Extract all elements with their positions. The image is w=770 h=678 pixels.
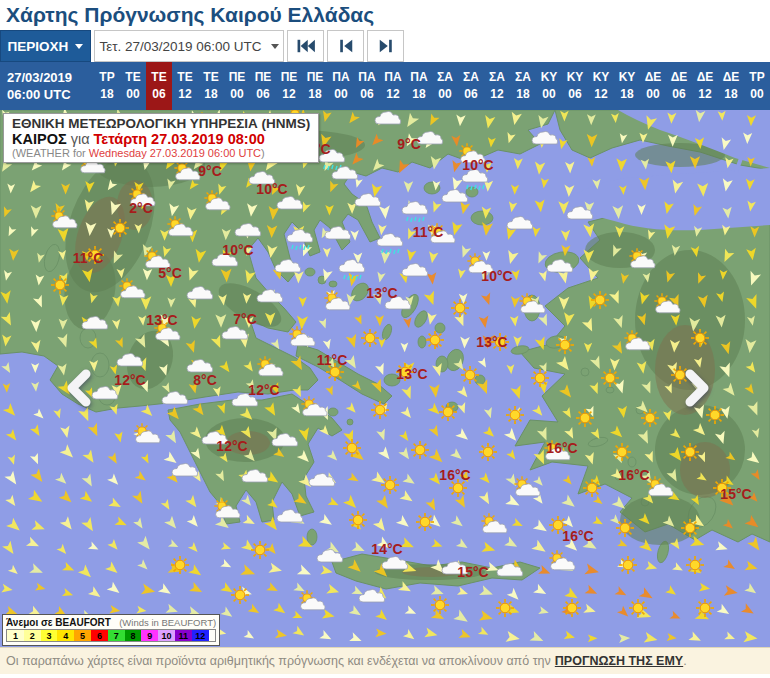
timeline-step[interactable]: ΠΑ00 (328, 62, 354, 110)
weather-icon-s (426, 331, 444, 349)
disclaimer-text: Οι παραπάνω χάρτες είναι προϊόντα αριθμη… (6, 654, 551, 668)
timeline-step[interactable]: ΚΥ18 (614, 62, 640, 110)
timeline-step[interactable]: ΠΕ18 (302, 62, 328, 110)
region-button-label: ΠΕΡΙΟΧΗ (8, 39, 69, 54)
timeline-time: 06:00 UTC (7, 86, 94, 103)
datetime-dropdown-label: Τετ. 27/03/2019 06:00 UTC (99, 39, 261, 54)
timeline-step[interactable]: ΠΕ06 (250, 62, 276, 110)
temperature-label: 13°C (476, 334, 507, 350)
timeline-step[interactable]: ΣΑ18 (510, 62, 536, 110)
hnms-agency-line: ΕΘΝΙΚΗ ΜΕΤΕΩΡΟΛΟΓΙΚΗ ΥΠΗΡΕΣΙΑ (HNMS) (12, 116, 310, 131)
chevron-down-icon (271, 44, 279, 49)
next-region-arrow[interactable] (680, 368, 716, 408)
timeline-step[interactable]: ΤΕ00 (120, 62, 146, 110)
timeline-step[interactable]: ΚΥ06 (562, 62, 588, 110)
timeline-step[interactable]: ΔΕ18 (718, 62, 744, 110)
temperature-label: 13°C (366, 285, 397, 301)
temperature-label: 11°C (73, 250, 104, 266)
beaufort-scale-cell: 3 (41, 630, 58, 641)
chevron-left-icon (62, 368, 98, 408)
beaufort-color-scale: 123456789101112 (6, 629, 216, 642)
timeline-step[interactable]: ΤΕ12 (172, 62, 198, 110)
beaufort-scale-cell: 7 (108, 630, 125, 641)
datetime-dropdown[interactable]: Τετ. 27/03/2019 06:00 UTC (94, 30, 284, 62)
temperature-label: 11°C (317, 352, 348, 368)
timeline-step[interactable]: ΠΑ06 (354, 62, 380, 110)
beaufort-scale-cell: 5 (74, 630, 91, 641)
timeline-step[interactable]: ΠΑ18 (406, 62, 432, 110)
timeline-step[interactable]: ΔΕ06 (666, 62, 692, 110)
weather-icon-s (479, 443, 497, 461)
temperature-label: 15°C (720, 486, 751, 502)
beaufort-scale-cell: 10 (158, 630, 175, 641)
toolbar: ΠΕΡΙΟΧΗ Τετ. 27/03/2019 06:00 UTC (0, 30, 770, 62)
weather-icon-s (583, 479, 601, 497)
temperature-label: 12°C (216, 438, 247, 454)
temperature-label: 5°C (158, 265, 182, 281)
temperature-label: 16°C (546, 440, 577, 456)
timeline-step[interactable]: ΤΡ00 (744, 62, 770, 110)
emy-forecast-link[interactable]: ΠΡΟΓΝΩΣΗ ΤΗΣ ΕΜΥ (555, 654, 683, 668)
timeline-step[interactable]: ΣΑ00 (432, 62, 458, 110)
temperature-label: 2°C (129, 200, 153, 216)
weather-icon-s (451, 299, 469, 317)
timeline-step[interactable]: ΣΑ06 (458, 62, 484, 110)
weather-icon-s (111, 219, 129, 237)
disclaimer-period: . (683, 654, 686, 668)
weather-icon-s (629, 599, 647, 617)
temperature-label: 9°C (198, 163, 222, 179)
region-dropdown-button[interactable]: ΠΕΡΙΟΧΗ (0, 30, 91, 62)
legend-title: Άνεμοι σε BEAUFORT (Winds in BEAUFORT) (6, 617, 216, 628)
timeline-current-label: 27/03/2019 06:00 UTC (0, 62, 94, 110)
skip-start-icon (295, 38, 317, 54)
timeline-step[interactable]: ΣΑ12 (484, 62, 510, 110)
timeline-steps: ΤΡ18ΤΕ00ΤΕ06ΤΕ12ΤΕ18ΠΕ00ΠΕ06ΠΕ12ΠΕ18ΠΑ00… (94, 62, 770, 110)
weather-icon-s (681, 443, 699, 461)
weather-icon-s (616, 519, 634, 537)
timeline-date: 27/03/2019 (7, 69, 94, 86)
weather-icon-s (496, 599, 514, 617)
timeline-step[interactable]: ΔΕ12 (692, 62, 718, 110)
step-backward-button[interactable] (327, 30, 364, 62)
temperature-label: 13°C (396, 366, 427, 382)
temperature-label: 9°C (397, 136, 421, 152)
timeline-step[interactable]: ΤΕ06 (146, 62, 172, 110)
weather-icon-s (343, 439, 361, 457)
previous-region-arrow[interactable] (62, 368, 98, 408)
weather-icon-s (416, 513, 434, 531)
weather-icon-s (506, 406, 524, 424)
beaufort-scale-cell: 11 (175, 630, 192, 641)
hnms-forecast-page: Χάρτης Πρόγνωσης Καιρού Ελλάδας ΠΕΡΙΟΧΗ … (0, 0, 770, 678)
weather-icon-s (439, 403, 457, 421)
temperature-label: 13°C (146, 312, 177, 328)
timeline-step[interactable]: ΠΑ12 (380, 62, 406, 110)
disclaimer-bar: Οι παραπάνω χάρτες είναι προϊόντα αριθμη… (0, 647, 770, 674)
weather-icon-s (531, 369, 549, 387)
forecast-map[interactable]: 10°C9°C9°C10°C10°C2°C11°C10°C11°C5°C10°C… (0, 110, 770, 647)
temperature-label: 11°C (413, 224, 444, 240)
temperature-label: 8°C (193, 372, 217, 388)
timeline-step[interactable]: ΚΥ00 (536, 62, 562, 110)
weather-icon-s (681, 519, 699, 537)
timeline-step[interactable]: ΤΕ18 (198, 62, 224, 110)
hnms-header-box: ΕΘΝΙΚΗ ΜΕΤΕΩΡΟΛΟΓΙΚΗ ΥΠΗΡΕΣΙΑ (HNMS) ΚΑΙ… (3, 113, 319, 163)
hnms-weather-line-gr: ΚΑΙΡΟΣ για Τετάρτη 27.03.2019 08:00 (12, 131, 310, 147)
weather-icon-s (556, 336, 574, 354)
timeline-step[interactable]: ΔΕ00 (640, 62, 666, 110)
temperature-label: 16°C (562, 528, 593, 544)
timeline-step[interactable]: ΚΥ12 (588, 62, 614, 110)
timeline-step[interactable]: ΠΕ12 (276, 62, 302, 110)
weather-icon-s (641, 409, 659, 427)
timeline-step[interactable]: ΠΕ00 (224, 62, 250, 110)
timeline-step[interactable]: ΤΡ18 (94, 62, 120, 110)
skip-start-button[interactable] (287, 30, 324, 62)
step-forward-button[interactable] (367, 30, 404, 62)
beaufort-scale-cell: 6 (91, 630, 108, 641)
step-backward-icon (337, 38, 355, 54)
weather-icon-s (601, 369, 619, 387)
chevron-down-icon (75, 44, 83, 49)
beaufort-legend: Άνεμοι σε BEAUFORT (Winds in BEAUFORT) 1… (2, 614, 220, 646)
weather-icon-s (349, 511, 367, 529)
weather-icon-s (411, 441, 429, 459)
temperature-label: 7°C (233, 311, 257, 327)
